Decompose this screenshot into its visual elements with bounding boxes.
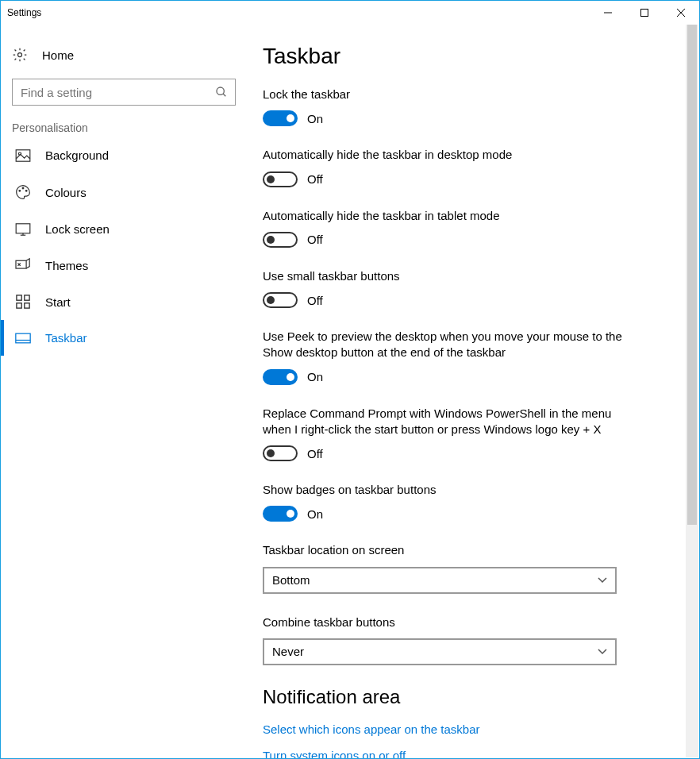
sidebar-item-colours[interactable]: Colours xyxy=(1,173,247,211)
titlebar: Settings xyxy=(1,1,699,25)
toggle-peek[interactable] xyxy=(263,369,298,385)
toggle-powershell[interactable] xyxy=(263,445,298,461)
category-label: Personalisation xyxy=(1,115,247,137)
setting-label: Show badges on taskbar buttons xyxy=(263,482,628,498)
sidebar-item-label: Start xyxy=(45,295,71,309)
dropdown-combine-buttons[interactable]: Never xyxy=(263,638,617,665)
setting-label: Automatically hide the taskbar in deskto… xyxy=(263,147,628,163)
search-input[interactable] xyxy=(12,79,236,106)
dropdown-value: Never xyxy=(272,645,304,658)
svg-rect-13 xyxy=(17,295,21,300)
svg-rect-14 xyxy=(25,295,29,300)
svg-point-7 xyxy=(22,187,24,189)
gear-icon xyxy=(12,47,28,63)
taskbar-icon xyxy=(15,333,31,344)
toggle-autohide-tablet[interactable] xyxy=(263,232,298,248)
sidebar-item-label: Background xyxy=(45,148,109,162)
picture-icon xyxy=(15,149,31,162)
svg-point-6 xyxy=(19,191,21,192)
setting-label: Taskbar location on screen xyxy=(263,542,628,558)
sidebar-item-label: Themes xyxy=(45,259,88,272)
sidebar-item-taskbar[interactable]: Taskbar xyxy=(1,320,247,356)
setting-label: Automatically hide the taskbar in tablet… xyxy=(263,208,628,224)
close-button[interactable] xyxy=(663,1,699,25)
toggle-state: On xyxy=(307,507,323,521)
toggle-state: On xyxy=(307,112,323,125)
toggle-lock-taskbar[interactable] xyxy=(263,110,298,126)
sidebar-item-start[interactable]: Start xyxy=(1,283,247,320)
sidebar-item-label: Colours xyxy=(45,186,87,199)
dropdown-value: Bottom xyxy=(272,573,310,587)
setting-label: Replace Command Prompt with Windows Powe… xyxy=(263,406,628,438)
settings-window: Settings Home xyxy=(0,0,700,759)
setting-label: Use Peek to preview the desktop when you… xyxy=(263,329,628,361)
svg-point-1 xyxy=(18,53,22,57)
toggle-state: Off xyxy=(307,233,323,246)
link-select-icons[interactable]: Select which icons appear on the taskbar xyxy=(263,722,677,736)
minimize-icon xyxy=(604,9,612,17)
sidebar-item-background[interactable]: Background xyxy=(1,137,247,173)
setting-label: Combine taskbar buttons xyxy=(263,615,628,630)
setting-label: Use small taskbar buttons xyxy=(263,268,628,284)
scrollbar[interactable] xyxy=(686,25,698,757)
toggle-state: Off xyxy=(307,294,323,307)
content-area: Taskbar Lock the taskbar On Automaticall… xyxy=(247,25,699,758)
section-heading: Notification area xyxy=(263,686,677,708)
svg-point-8 xyxy=(25,191,27,192)
toggle-state: Off xyxy=(307,447,323,460)
toggle-state: Off xyxy=(307,172,323,186)
svg-rect-0 xyxy=(641,10,648,17)
sidebar-item-label: Lock screen xyxy=(45,222,110,236)
sidebar-item-lock-screen[interactable]: Lock screen xyxy=(1,211,247,247)
svg-rect-15 xyxy=(17,303,21,308)
sidebar-item-themes[interactable]: Themes xyxy=(1,247,247,283)
home-label: Home xyxy=(42,48,74,62)
palette-icon xyxy=(15,184,31,200)
svg-rect-16 xyxy=(25,303,29,308)
maximize-button[interactable] xyxy=(626,1,663,25)
toggle-state: On xyxy=(307,370,323,383)
svg-rect-4 xyxy=(16,149,30,160)
chevron-down-icon xyxy=(598,577,607,584)
svg-point-2 xyxy=(217,87,224,94)
maximize-icon xyxy=(640,9,648,17)
home-button[interactable]: Home xyxy=(1,39,247,71)
svg-line-3 xyxy=(223,94,225,96)
lock-screen-icon xyxy=(15,223,31,236)
close-icon xyxy=(677,9,685,17)
dropdown-taskbar-location[interactable]: Bottom xyxy=(263,567,617,594)
scrollbar-thumb[interactable] xyxy=(687,25,697,525)
start-grid-icon xyxy=(15,295,31,309)
search-icon xyxy=(215,86,228,98)
toggle-small-buttons[interactable] xyxy=(263,292,298,308)
toggle-badges[interactable] xyxy=(263,506,298,522)
themes-icon xyxy=(15,258,31,272)
setting-label: Lock the taskbar xyxy=(263,87,628,102)
svg-rect-9 xyxy=(16,223,30,233)
link-system-icons[interactable]: Turn system icons on or off xyxy=(263,749,677,758)
toggle-autohide-desktop[interactable] xyxy=(263,171,298,187)
page-heading: Taskbar xyxy=(263,44,677,69)
svg-rect-12 xyxy=(16,260,26,268)
sidebar-item-label: Taskbar xyxy=(45,331,87,345)
svg-rect-17 xyxy=(16,333,30,343)
minimize-button[interactable] xyxy=(590,1,626,25)
sidebar: Home Personalisation Background xyxy=(1,25,247,758)
chevron-down-icon xyxy=(598,649,607,655)
window-title: Settings xyxy=(7,7,41,18)
